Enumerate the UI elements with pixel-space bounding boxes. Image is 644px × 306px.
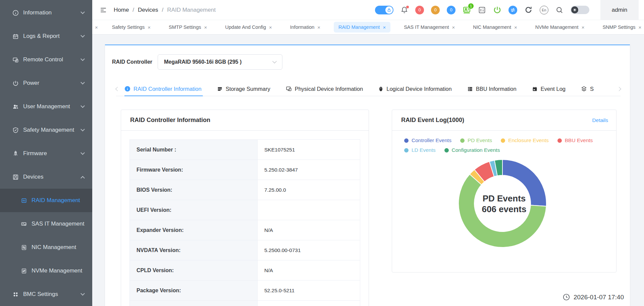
subtab-storage-summary[interactable]: Storage Summary [217,82,270,96]
sidebar-item-nic-management[interactable]: NIC Management [0,236,92,259]
info-alarm-badge[interactable]: 0 [447,6,455,14]
active-users-icon[interactable]: 1 [463,6,471,14]
tab-close-icon[interactable]: × [452,24,455,30]
tab-close-icon[interactable]: × [383,24,386,30]
sidebar-item-bmc-settings[interactable]: BMC Settings [0,283,92,306]
info-circle-icon [124,86,130,92]
chevron-up-icon [80,176,85,180]
notification-bell-icon[interactable] [400,6,408,14]
subtab-scroll-left-icon[interactable] [115,87,120,91]
breadcrumb-devices[interactable]: Devices [138,7,158,13]
tab-raid-management[interactable]: RAID Management× [334,22,390,33]
sidebar-item-label: Safety Management [23,127,74,133]
subtab-scroll-right-icon[interactable] [617,87,621,91]
subtab-physical-device-information[interactable]: Physical Device Information [286,82,363,96]
search-icon[interactable] [555,6,564,14]
table-row [130,301,360,306]
bbu-icon [467,86,473,92]
raid-controller-select[interactable]: MegaRAID 9560-16i 8GB (295 ) [158,54,282,70]
legend-item[interactable]: BBU Events [557,137,593,143]
subtab-truncated[interactable]: S [581,82,594,96]
subtab-logical-device-information[interactable]: Logical Device Information [378,82,451,96]
tab-safety-settings[interactable]: Safety Settings× [107,22,155,33]
theme-toggle[interactable] [571,6,589,14]
sidebar-item-remote-control[interactable]: Remote Control [0,48,92,71]
legend-item[interactable]: PD Events [460,137,492,143]
tab-close-icon[interactable]: × [514,24,517,30]
sidebar-item-information[interactable]: Information [0,1,92,24]
sidebar-item-firmware[interactable]: Firmware [0,142,92,165]
breadcrumb-home[interactable]: Home [114,7,129,13]
collapse-menu-icon[interactable] [100,6,107,14]
storage-icon [217,86,223,92]
tab-smtp-settings[interactable]: SMTP Settings× [164,22,212,33]
breadcrumb-separator: / [132,7,134,13]
legend-item[interactable]: Enclosure Events [501,137,549,143]
sidebar-item-label: Firmware [23,150,47,157]
sidebar-item-power[interactable]: Power [0,71,92,95]
chevron-down-icon [80,33,85,38]
sidebar: Information Logs & Report Remote Control… [0,0,92,306]
info-card-header: RAID Controller Information [121,110,369,131]
table-row: NVDATA Version:5.2500.00-0731 [130,240,360,260]
tab-sas-it-management[interactable]: SAS IT Management× [399,22,460,33]
legend-dot [501,138,505,143]
legend-dot [404,138,409,143]
breadcrumb-current: RAID Management [167,7,216,13]
refresh-icon[interactable] [524,6,533,14]
tab-close-icon[interactable]: × [317,24,320,30]
tab-snmp-settings[interactable]: SNMP Settings× [598,22,644,33]
id-card-icon[interactable] [478,6,486,14]
sidebar-item-raid-management[interactable]: RAID Management [0,189,92,212]
sidebar-item-safety-management[interactable]: Safety Management [0,118,92,142]
tab-nic-management[interactable]: NIC Management× [468,22,522,33]
sidebar-item-label: Logs & Report [23,33,60,40]
chevron-down-icon [80,127,85,131]
tab-close-icon[interactable]: × [269,24,272,30]
chevron-down-icon [80,104,85,108]
warning-alarm-badge[interactable]: 0 [431,6,440,14]
sidebar-item-logs-report[interactable]: Logs & Report [0,24,92,48]
tab-close-icon[interactable]: × [94,24,99,30]
event-log-icon [532,86,538,92]
breadcrumb-separator: / [162,7,164,13]
event-card-header: RAID Event Log(1000) Details [392,110,616,131]
power-button-icon[interactable] [493,6,501,14]
table-row: Firmware Version:5.250.02-3847 [130,160,360,180]
power-icon [12,80,19,86]
language-icon[interactable]: En [540,6,548,14]
sidebar-item-sas-it-management[interactable]: SAS IT Management [0,212,92,236]
logs-icon [12,33,19,40]
details-link[interactable]: Details [592,117,608,123]
legend-dot [557,138,562,143]
subtab-event-log[interactable]: Event Log [532,82,566,96]
raid-icon [21,197,27,204]
subtab-raid-controller-information[interactable]: RAID Controller Information [124,82,202,96]
table-row: UEFI Version: [130,200,360,220]
sidebar-item-nvme-management[interactable]: NVMe Management [0,259,92,283]
sidebar-item-user-management[interactable]: User Management [0,95,92,118]
tab-information[interactable]: Information× [285,22,325,33]
critical-alarm-badge[interactable]: 0 [415,6,424,14]
tab-update-and-config[interactable]: Update And Config× [220,22,277,33]
tab-close-icon[interactable]: × [638,24,641,30]
lock-toggle[interactable] [375,6,393,14]
layers-icon [581,86,587,92]
system-time: 2026-01-07 17:40 [562,293,624,301]
transfer-icon[interactable] [508,6,517,14]
tab-close-icon[interactable]: × [582,24,585,30]
tab-close-icon[interactable]: × [204,24,207,30]
chevron-down-icon [80,291,85,296]
legend-item[interactable]: Controller Events [404,137,451,143]
raid-management-panel: RAID Controller MegaRAID 9560-16i 8GB (2… [105,45,630,306]
lock-icon [385,6,393,14]
username[interactable]: admin [600,0,639,20]
sidebar-item-label: NVMe Management [32,267,82,274]
chevron-down-icon [272,59,277,63]
subtab-bbu-information[interactable]: BBU Information [467,82,517,96]
logical-device-icon [378,86,383,92]
sidebar-item-devices[interactable]: Devices [0,165,92,189]
tab-close-icon[interactable]: × [148,24,151,30]
clock-icon [562,293,570,301]
tab-nvme-management[interactable]: NVMe Management× [531,22,589,33]
